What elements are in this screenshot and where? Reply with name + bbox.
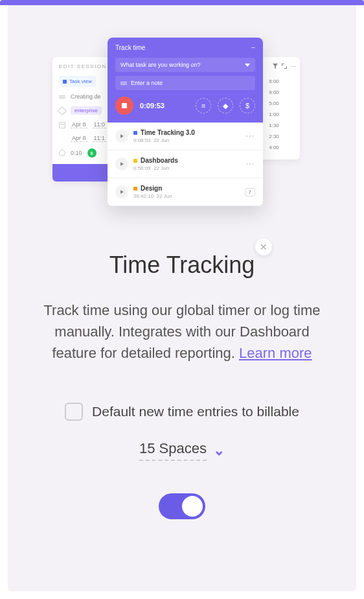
tracked-list: Time Tracking 3.0 0:08:53 22 Jun ⋯ Dashb…	[108, 123, 263, 206]
time1-label: 11:0	[93, 121, 107, 128]
note-icon	[120, 82, 127, 85]
feature-title: Time Tracking	[21, 252, 343, 279]
billable-checkbox[interactable]	[65, 403, 83, 421]
item-time: 0:08:53	[133, 137, 151, 143]
tag-circle-icon[interactable]: ◆	[218, 98, 233, 113]
task-view-chip: Task view	[59, 76, 96, 87]
list-circle-icon[interactable]: ≡	[196, 98, 211, 113]
dollar-label: $	[245, 102, 249, 110]
tag-icon	[58, 106, 67, 115]
item-date: 22 Jun	[157, 193, 172, 199]
play-button[interactable]	[115, 185, 128, 198]
toggle-knob	[182, 496, 203, 517]
tracked-item: Time Tracking 3.0 0:08:53 22 Jun ⋯	[108, 123, 263, 150]
task-selector-label: What task are you working on?	[120, 62, 201, 68]
play-button[interactable]	[115, 130, 128, 143]
feature-card: EDIT SESSION Task view Creating de enter…	[8, 5, 356, 591]
count-badge: 7	[245, 188, 255, 196]
duration-label: 0:10	[71, 150, 82, 156]
top-accent-bar	[0, 0, 364, 5]
list-icon	[59, 95, 65, 99]
dollar-icon: $	[87, 148, 97, 158]
timer-text: 0:09:53	[140, 102, 189, 110]
filter-icon[interactable]	[273, 64, 278, 69]
dollar-circle-icon[interactable]: $	[240, 98, 255, 113]
enterprise-badge: enterprise	[71, 106, 102, 115]
tracked-item: Design 38:42:10 22 Jun 7	[108, 178, 263, 206]
stop-button[interactable]	[115, 97, 133, 115]
creating-label: Creating de	[71, 93, 101, 100]
note-input[interactable]: Enter a note	[115, 76, 255, 90]
item-title: Design	[141, 185, 162, 192]
tracked-item: Dashboards 0:58:09 22 Jun ⋯	[108, 150, 263, 178]
timer-row: 0:09:53 ≡ ◆ $	[115, 97, 255, 115]
more-icon[interactable]: ⋯	[245, 131, 255, 141]
play-icon	[120, 190, 124, 194]
billable-row: Default new time entries to billable	[21, 403, 343, 421]
more-icon[interactable]: ⋯	[245, 159, 255, 169]
task-selector[interactable]: What task are you working on?	[115, 58, 255, 72]
color-dot-icon	[133, 131, 137, 135]
more-icon[interactable]: ⋯	[291, 64, 296, 69]
popup-title: Track time	[115, 44, 145, 51]
calendar-icon	[59, 122, 65, 128]
item-time: 38:42:10	[133, 193, 154, 199]
learn-more-link[interactable]: Learn more	[239, 345, 312, 361]
play-icon	[120, 134, 124, 138]
clock-icon	[59, 150, 65, 156]
popup-header: Track time − What task are you working o…	[108, 38, 263, 123]
chevron-down-icon	[245, 64, 250, 67]
minimize-icon[interactable]: −	[251, 44, 255, 51]
play-icon	[120, 162, 124, 166]
date1-label: Apr 8	[71, 121, 87, 128]
item-time: 0:58:09	[133, 165, 151, 171]
track-time-popup: Track time − What task are you working o…	[108, 38, 263, 206]
stop-icon	[122, 103, 127, 108]
billable-label: Default new time entries to billable	[92, 404, 299, 419]
chevron-down-icon: ⌄	[213, 442, 225, 459]
color-dot-icon	[133, 187, 137, 191]
time2-label: 11:1	[93, 135, 107, 142]
note-placeholder-label: Enter a note	[131, 80, 163, 86]
item-title: Time Tracking 3.0	[141, 129, 195, 136]
task-view-label: Task view	[69, 78, 92, 84]
close-button[interactable]: ✕	[255, 239, 272, 255]
color-dot-icon	[133, 159, 137, 163]
item-date: 22 Jun	[154, 137, 169, 143]
feature-description: Track time using our global timer or log…	[38, 300, 326, 364]
item-title: Dashboards	[141, 157, 178, 164]
play-button[interactable]	[115, 158, 128, 170]
expand-icon[interactable]	[282, 64, 287, 69]
spaces-value: 15 Spaces	[139, 440, 207, 461]
feature-toggle[interactable]	[159, 493, 205, 519]
illustration-container: EDIT SESSION Task view Creating de enter…	[52, 31, 312, 219]
date2-label: Apr 8	[71, 135, 87, 142]
square-dot-icon	[63, 80, 67, 84]
item-date: 22 Jun	[154, 165, 169, 171]
spaces-selector[interactable]: 15 Spaces ⌄	[21, 440, 343, 461]
